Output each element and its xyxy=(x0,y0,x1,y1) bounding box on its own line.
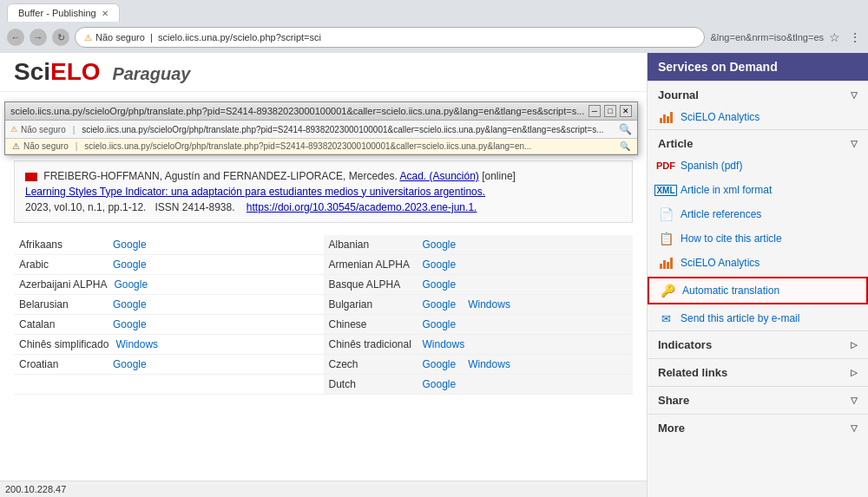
google-link-armenian[interactable]: Google xyxy=(423,258,457,271)
article-section-label: Article xyxy=(658,137,693,150)
list-item xyxy=(14,375,324,395)
indicators-section-label: Indicators xyxy=(658,338,712,351)
pdf-icon: PDF xyxy=(658,158,674,173)
popup-search-icon[interactable]: 🔍 xyxy=(620,141,630,151)
sidebar-item-how-to-cite[interactable]: 📋 How to cite this article xyxy=(648,226,868,251)
list-item: Chinese Google xyxy=(324,315,634,335)
menu-icon[interactable]: ⋮ xyxy=(849,30,861,44)
language-grid: Afrikaans Google Albanian Google Arabic … xyxy=(14,235,633,395)
language-name-albanian: Albanian xyxy=(329,239,416,251)
popup-url-icon[interactable]: 🔍 xyxy=(619,123,632,135)
chart-bar-4 xyxy=(670,112,673,123)
language-name-chinese-traditional: Chinês tradicional xyxy=(329,338,416,350)
popup-warning-icon: ⚠ xyxy=(12,141,20,151)
chevron-right-icon-indicators: ▷ xyxy=(851,340,858,350)
popup-titlebar: scielo.iics.una.py/scieloOrg/php/transla… xyxy=(5,102,637,121)
citation-article-link[interactable]: Learning Styles Type Indicator: una adap… xyxy=(25,186,485,198)
google-link-basque[interactable]: Google xyxy=(423,278,457,291)
chart-icon xyxy=(658,109,674,125)
ip-address-bar: 200.10.228.47 xyxy=(0,481,647,497)
sidebar-item-references[interactable]: 📄 Article references xyxy=(648,202,868,226)
list-item: Dutch Google xyxy=(324,375,634,395)
list-item: Czech Google Windows xyxy=(324,355,634,375)
list-item: Belarusian Google xyxy=(14,295,324,315)
tab-close-button[interactable]: ✕ xyxy=(102,9,108,18)
bar-chart-icon xyxy=(660,111,673,123)
url-text: Não seguro | scielo.iics.una.py/scielo.p… xyxy=(95,32,321,43)
back-button[interactable]: ← xyxy=(7,29,24,46)
google-link-belarusian[interactable]: Google xyxy=(113,298,147,311)
chart-icon-article xyxy=(658,255,674,271)
sidebar-item-auto-translation[interactable]: 🔑 Automatic translation xyxy=(648,277,868,304)
popup-controls: ─ □ ✕ xyxy=(589,105,632,117)
popup-minimize-button[interactable]: ─ xyxy=(589,105,601,117)
sidebar-item-xml[interactable]: XML Article in xml format xyxy=(648,178,868,202)
popup-close-button[interactable]: ✕ xyxy=(620,105,632,117)
sidebar-item-scielo-analytics-article[interactable]: SciELO Analytics xyxy=(648,251,868,275)
list-item: Arabic Google xyxy=(14,255,324,275)
journal-section-label: Journal xyxy=(658,88,699,101)
xml-icon: XML xyxy=(658,182,674,198)
sidebar-item-send-email[interactable]: ✉ Send this article by e-mail xyxy=(648,306,868,330)
sidebar-section-related-links[interactable]: Related links ▷ xyxy=(648,358,868,386)
windows-link-chinese-simplified[interactable]: Windows xyxy=(115,338,158,350)
windows-link-chinese-traditional[interactable]: Windows xyxy=(423,338,465,350)
citation-icon xyxy=(25,173,37,181)
google-link-bulgarian[interactable]: Google xyxy=(423,298,457,311)
tab-bar: Buffer - Publishing ✕ xyxy=(0,0,868,22)
language-name-chinese-simplified: Chinês simplificado xyxy=(19,338,108,350)
list-item: Azerbaijani ALPHA Google xyxy=(14,275,324,295)
sidebar-section-more[interactable]: More ▽ xyxy=(648,414,868,441)
windows-link-czech[interactable]: Windows xyxy=(468,358,510,370)
doc-icon: 📄 xyxy=(658,206,674,222)
sidebar-section-journal[interactable]: Journal ▽ xyxy=(648,81,868,105)
reload-button[interactable]: ↻ xyxy=(52,29,69,46)
citation-doi[interactable]: https://doi.org/10.30545/academo.2023.en… xyxy=(247,201,477,213)
scielo-logo: SciELO Paraguay xyxy=(14,58,190,86)
popup-window: scielo.iics.una.py/scieloOrg/php/transla… xyxy=(4,101,638,155)
popup-maximize-button[interactable]: □ xyxy=(604,105,616,117)
more-section-label: More xyxy=(658,422,685,435)
related-links-section-label: Related links xyxy=(658,366,727,379)
sidebar-section-article[interactable]: Article ▽ xyxy=(648,129,868,154)
key-icon: 🔑 xyxy=(660,283,675,298)
cite-icon-text: 📋 xyxy=(659,232,674,245)
auto-translation-label: Automatic translation xyxy=(682,284,779,297)
list-item: Basque ALPHA Google xyxy=(324,275,634,295)
chevron-down-icon-article: ▽ xyxy=(851,139,858,148)
popup-security-icon: ⚠ xyxy=(10,125,17,134)
google-link-albanian[interactable]: Google xyxy=(423,239,457,251)
chevron-right-icon-related: ▷ xyxy=(851,368,858,377)
how-to-cite-label: How to cite this article xyxy=(681,232,782,245)
sidebar-item-scielo-analytics-journal[interactable]: SciELO Analytics xyxy=(648,105,868,129)
google-link-chinese[interactable]: Google xyxy=(423,318,457,330)
google-link-arabic[interactable]: Google xyxy=(113,258,147,271)
language-name-arabic: Arabic xyxy=(19,258,106,271)
google-link-catalan[interactable]: Google xyxy=(113,318,147,330)
language-name-afrikaans: Afrikaans xyxy=(19,239,106,251)
cite-icon: 📋 xyxy=(658,231,674,246)
security-icon: ⚠ xyxy=(84,33,92,43)
chevron-down-icon-share: ▽ xyxy=(851,396,858,405)
sidebar-item-spanish-pdf[interactable]: PDF Spanish (pdf) xyxy=(648,154,868,178)
chart-bar-a4 xyxy=(670,258,673,269)
windows-link-bulgarian[interactable]: Windows xyxy=(468,298,510,311)
browser-tab[interactable]: Buffer - Publishing ✕ xyxy=(7,3,120,22)
sidebar-section-indicators[interactable]: Indicators ▷ xyxy=(648,330,868,358)
google-link-afrikaans[interactable]: Google xyxy=(113,239,147,251)
popup-security-label: Não seguro xyxy=(21,125,66,134)
forward-button[interactable]: → xyxy=(30,29,47,46)
bookmark-icon[interactable]: ☆ xyxy=(829,30,840,44)
google-link-azerbaijani[interactable]: Google xyxy=(114,278,148,291)
url-bar[interactable]: ⚠ Não seguro | scielo.iics.una.py/scielo… xyxy=(75,27,705,48)
sidebar-section-share[interactable]: Share ▽ xyxy=(648,386,868,414)
chevron-down-icon-more: ▽ xyxy=(851,423,858,433)
google-link-czech[interactable]: Google xyxy=(423,358,457,370)
google-link-croatian[interactable]: Google xyxy=(113,358,147,370)
language-name-belarusian: Belarusian xyxy=(19,298,106,311)
google-link-dutch[interactable]: Google xyxy=(423,378,457,390)
scielo-header: SciELO Paraguay xyxy=(0,53,647,92)
citation-journal[interactable]: Acad. (Asunción) xyxy=(399,170,478,182)
popup-warning-bar: ⚠ Não seguro | scielo.iics.una.py/scielo… xyxy=(5,139,637,154)
popup-separator: | xyxy=(73,125,76,134)
